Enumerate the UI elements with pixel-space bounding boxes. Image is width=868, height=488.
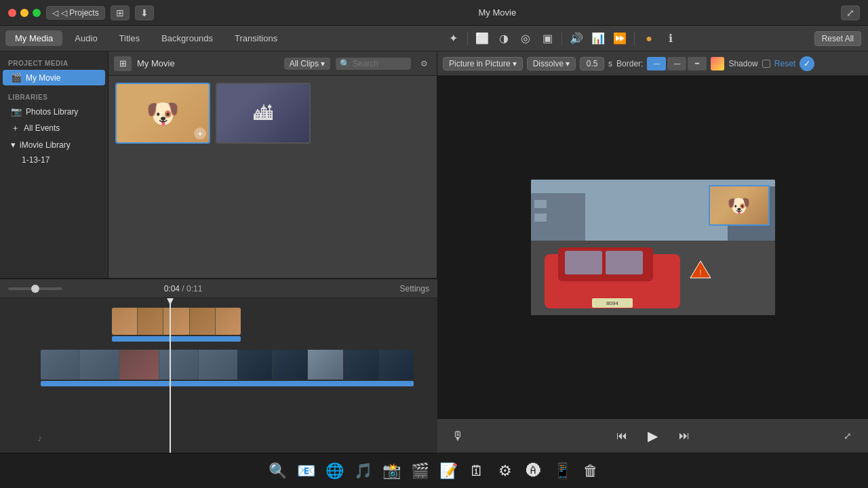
add-to-timeline-button[interactable]: +	[194, 127, 206, 140]
minimize-button[interactable]	[20, 9, 28, 17]
dock-item-trash[interactable]: 🗑	[578, 458, 604, 484]
dock-item-imovie[interactable]: 🎬	[407, 458, 433, 484]
audio-button[interactable]: 🔊	[568, 30, 585, 47]
right-section: ✦ ⬜ ◑ ◎ ▣ 🔊 �	[437, 26, 868, 453]
gear-button[interactable]: ⚙	[416, 56, 431, 71]
tab-backgrounds[interactable]: Backgrounds	[152, 30, 222, 46]
dock-item-calendar[interactable]: 🗓	[464, 458, 490, 484]
noise-reduction-button[interactable]: 📊	[589, 30, 607, 47]
traffic-lights	[8, 9, 41, 17]
transition-dropdown-arrow: ▾	[566, 59, 570, 68]
dock-item-appstore[interactable]: 🅐	[521, 458, 547, 484]
tab-titles[interactable]: Titles	[110, 30, 150, 46]
total-time: 0:11	[186, 284, 202, 293]
speed-button[interactable]: ⏩	[611, 30, 629, 47]
tab-my-media[interactable]: My Media	[5, 30, 62, 46]
pip-video-frame: 🐶	[709, 185, 770, 226]
tab-audio[interactable]: Audio	[65, 30, 106, 46]
search-input[interactable]	[353, 59, 407, 68]
dock-item-finder[interactable]: 🔍	[264, 458, 290, 484]
pip-frame-1	[112, 308, 137, 335]
dock-item-settings[interactable]: ⚙	[492, 458, 518, 484]
my-media-label: My Media	[15, 33, 53, 43]
titlebar: ◁ ◁ Projects ⊞ ⬇ My Movie ⤢	[0, 0, 868, 26]
filter-button[interactable]: ◑	[495, 30, 513, 47]
skip-to-end-button[interactable]: ⏭	[675, 426, 694, 445]
sidebar-item-photos-library[interactable]: 📷 Photos Library	[3, 104, 105, 119]
border-thick-button[interactable]: ━	[688, 57, 707, 70]
dock-item-music[interactable]: 🎵	[350, 458, 376, 484]
dock-item-mail[interactable]: 📧	[293, 458, 319, 484]
crop-icon: ⬜	[475, 32, 489, 45]
dock-item-iphone[interactable]: 📱	[549, 458, 575, 484]
layout-toggle-button[interactable]: ⊞	[114, 56, 132, 71]
crop-button[interactable]: ⬜	[473, 30, 491, 47]
magic-wand-button[interactable]: ✦	[444, 30, 462, 47]
left-main: PROJECT MEDIA 🎬 My Movie LIBRARIES 📷 Pho…	[0, 52, 437, 278]
fullscreen-button[interactable]: ⤢	[841, 5, 860, 20]
camera-button[interactable]: ▣	[538, 30, 556, 47]
sidebar-item-all-events[interactable]: ＋ All Events	[3, 119, 105, 137]
microphone-icon: 🎙	[452, 429, 464, 443]
media-thumb-puppy[interactable]: 🐶 +	[115, 83, 210, 144]
main-clip-track[interactable]	[41, 350, 414, 388]
border-color-swatch[interactable]	[711, 57, 724, 70]
reset-button[interactable]: Reset	[774, 59, 795, 68]
border-solid-button[interactable]: —	[667, 57, 686, 70]
photos-icon: 📷	[11, 106, 22, 117]
main-toolbar: My Media Audio Titles Backgrounds Transi…	[0, 26, 437, 52]
download-button[interactable]: ⬇	[135, 5, 154, 20]
border-dashed-button[interactable]: ---	[647, 57, 666, 70]
projects-button[interactable]: ◁ ◁ Projects	[46, 6, 105, 20]
timeline-section: 0:04 / 0:11 Settings	[0, 278, 437, 453]
main-frame-4	[159, 350, 198, 380]
date-label: 1-13-17	[22, 155, 50, 165]
zoom-thumb[interactable]	[31, 285, 39, 293]
transition-dropdown[interactable]: Dissolve ▾	[527, 57, 576, 70]
info-button[interactable]: ℹ	[662, 30, 679, 47]
close-button[interactable]	[8, 9, 16, 17]
toolbar-separator-1	[467, 32, 468, 45]
maximize-button[interactable]	[33, 9, 41, 17]
duration-input[interactable]	[580, 57, 604, 70]
reset-all-button[interactable]: Reset All	[814, 31, 861, 46]
skip-to-beginning-button[interactable]: ⏮	[612, 426, 631, 445]
media-browser: ⊞ My Movie All Clips ▾ 🔍 ⚙	[108, 52, 437, 278]
left-section: My Media Audio Titles Backgrounds Transi…	[0, 26, 437, 453]
shadow-checkbox[interactable]	[762, 60, 770, 68]
play-button[interactable]: ▶	[642, 425, 664, 447]
video-filter-button[interactable]: ◎	[517, 30, 534, 47]
microphone-button[interactable]: 🎙	[448, 426, 467, 445]
dock: 🔍 📧 🌐 🎵 📸 🎬 📝 🗓 ⚙ 🅐 📱 🗑	[0, 453, 868, 488]
download-icon: ⬇	[140, 7, 149, 18]
media-thumb-street[interactable]: 🏙	[216, 83, 311, 144]
svg-rect-12	[606, 251, 643, 274]
dock-item-photos[interactable]: 📸	[378, 458, 404, 484]
dock-item-notes[interactable]: 📝	[435, 458, 461, 484]
pip-mode-dropdown[interactable]: Picture in Picture ▾	[443, 57, 523, 70]
zoom-slider[interactable]	[8, 287, 62, 290]
confirm-button[interactable]: ✓	[800, 56, 814, 71]
timeline-settings-button[interactable]: Settings	[400, 284, 429, 293]
checkmark-icon: ✓	[804, 59, 810, 68]
color-icon: ●	[646, 33, 652, 45]
grid-icon: ⊞	[116, 7, 124, 18]
grid-view-button[interactable]: ⊞	[111, 5, 130, 20]
pip-frame-2	[138, 308, 163, 335]
tab-transitions[interactable]: Transitions	[225, 30, 287, 46]
pip-mode-label: Picture in Picture	[449, 59, 511, 68]
sidebar-item-my-movie[interactable]: 🎬 My Movie	[3, 70, 105, 85]
dock-item-safari[interactable]: 🌐	[321, 458, 347, 484]
pip-clip-track[interactable]	[112, 308, 241, 346]
color-correction-button[interactable]: ●	[640, 30, 658, 47]
search-box[interactable]: 🔍	[336, 58, 411, 70]
sidebar-item-date[interactable]: 1-13-17	[3, 152, 105, 167]
preview-video: 8094 ! 🐶	[531, 180, 775, 315]
sidebar-item-imovie-library[interactable]: ▾ iMovie Library	[3, 137, 105, 152]
film-icon: 🎬	[11, 73, 22, 83]
backgrounds-label: Backgrounds	[161, 33, 213, 43]
fullscreen-preview-button[interactable]: ⤢	[838, 426, 857, 445]
main-clip-left	[41, 350, 237, 380]
clips-dropdown[interactable]: All Clips ▾	[284, 58, 330, 70]
main-clip-right	[237, 350, 414, 380]
